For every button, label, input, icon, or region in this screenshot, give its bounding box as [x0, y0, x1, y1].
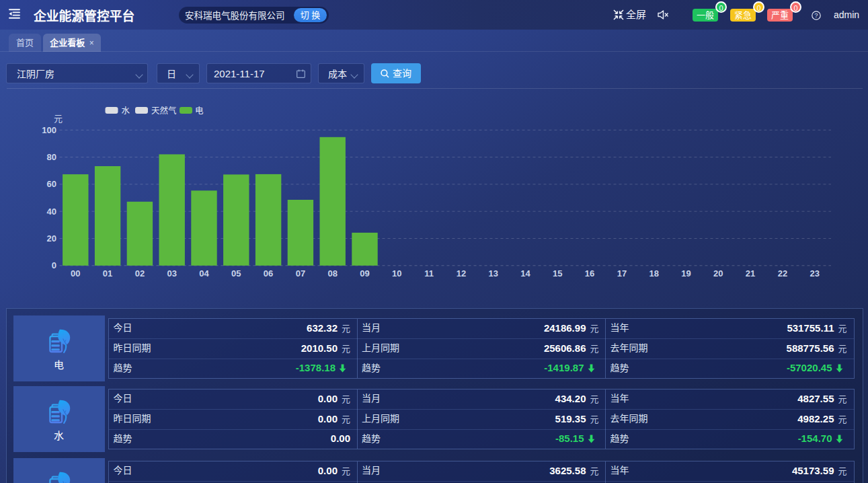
svg-text:20: 20 — [713, 268, 723, 278]
svg-text:100: 100 — [42, 125, 56, 135]
svg-text:40: 40 — [47, 207, 56, 217]
svg-text:天然气: 天然气 — [151, 106, 177, 116]
svg-text:18: 18 — [649, 268, 658, 278]
svg-text:60: 60 — [47, 179, 56, 189]
svg-text:03: 03 — [167, 268, 176, 278]
svg-text:0: 0 — [52, 260, 56, 270]
svg-text:水: 水 — [122, 106, 130, 116]
svg-text:09: 09 — [360, 268, 369, 278]
svg-text:16: 16 — [585, 268, 594, 278]
svg-text:17: 17 — [617, 268, 627, 278]
svg-text:05: 05 — [231, 268, 241, 278]
svg-text:19: 19 — [681, 268, 691, 278]
svg-text:22: 22 — [778, 268, 787, 278]
svg-text:电: 电 — [195, 106, 204, 116]
svg-text:23: 23 — [810, 268, 819, 278]
svg-text:80: 80 — [47, 152, 56, 162]
svg-text:元: 元 — [54, 114, 63, 124]
svg-text:08: 08 — [327, 268, 337, 278]
svg-text:01: 01 — [103, 268, 112, 278]
svg-text:14: 14 — [520, 268, 530, 278]
svg-text:13: 13 — [488, 268, 498, 278]
svg-text:?: ? — [814, 11, 818, 19]
svg-text:06: 06 — [264, 268, 273, 278]
svg-text:07: 07 — [296, 268, 305, 278]
svg-text:00: 00 — [71, 268, 80, 278]
svg-text:02: 02 — [135, 268, 145, 278]
svg-text:21: 21 — [746, 268, 755, 278]
svg-text:04: 04 — [199, 268, 209, 278]
svg-text:11: 11 — [424, 268, 434, 278]
svg-text:20: 20 — [47, 233, 56, 244]
svg-text:10: 10 — [392, 268, 401, 278]
svg-text:15: 15 — [553, 268, 562, 278]
svg-text:12: 12 — [457, 268, 466, 278]
